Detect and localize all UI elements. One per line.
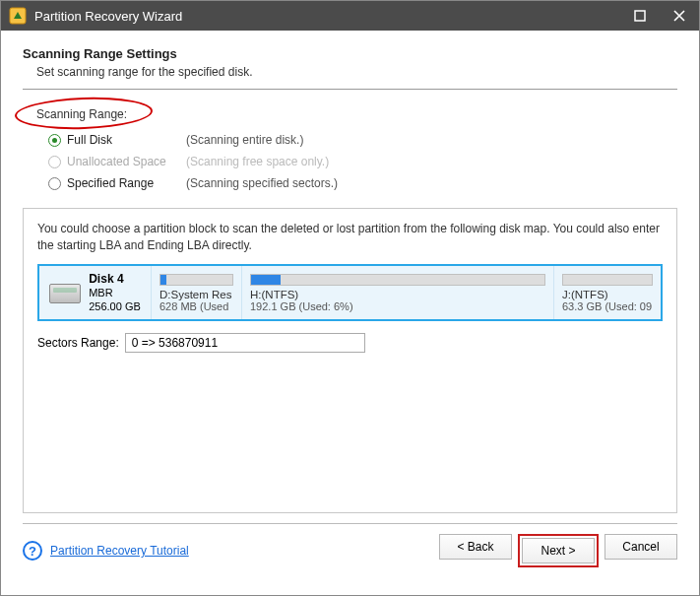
radio-specified-range[interactable]: Specified Range (Scanning specified sect… [48, 172, 677, 194]
disk-size: 256.00 GB [89, 300, 141, 314]
radio-desc: (Scanning free space only.) [186, 155, 329, 168]
cancel-button[interactable]: Cancel [605, 534, 677, 560]
tutorial-link[interactable]: Partition Recovery Tutorial [50, 544, 189, 558]
disk-map-row: Disk 4 MBR 256.00 GB D:System Res 628 MB… [37, 264, 663, 321]
radio-desc: (Scanning specified sectors.) [186, 176, 338, 190]
partition-label: H:(NTFS) [250, 289, 545, 300]
maximize-button[interactable] [620, 1, 660, 31]
partition-label: D:System Res [159, 289, 233, 300]
close-button[interactable] [660, 1, 699, 31]
sectors-range-input[interactable] [125, 333, 365, 353]
next-button[interactable]: Next > [522, 538, 595, 563]
radio-icon [48, 134, 61, 147]
radio-icon [48, 156, 61, 168]
partition-size: 628 MB (Used [159, 300, 233, 312]
partition-block-h[interactable]: H:(NTFS) 192.1 GB (Used: 6%) [242, 266, 554, 319]
footer: ? Partition Recovery Tutorial < Back Nex… [1, 524, 699, 581]
window-title: Partition Recovery Wizard [34, 9, 620, 24]
content-area: Scanning Range Settings Set scanning ran… [1, 31, 699, 513]
disk-type: MBR [89, 287, 141, 300]
page-title: Scanning Range Settings [23, 46, 677, 61]
radio-label: Unallocated Space [67, 155, 180, 168]
radio-desc: (Scanning entire disk.) [186, 133, 303, 147]
help-icon[interactable]: ? [23, 541, 42, 561]
disk-panel: You could choose a partition block to sc… [23, 208, 677, 513]
app-icon [9, 7, 27, 25]
partition-block-d[interactable]: D:System Res 628 MB (Used [152, 266, 242, 319]
radio-icon [48, 177, 61, 190]
page-subtitle: Set scanning range for the specified dis… [36, 65, 677, 79]
partition-block-j[interactable]: J:(NTFS) 63.3 GB (Used: 09 [554, 266, 661, 319]
radio-full-disk[interactable]: Full Disk (Scanning entire disk.) [48, 129, 677, 151]
partition-label: J:(NTFS) [562, 289, 653, 300]
back-button[interactable]: < Back [439, 534, 512, 560]
next-highlight: Next > [518, 534, 599, 567]
title-bar: Partition Recovery Wizard [1, 1, 699, 31]
separator [23, 89, 677, 90]
disk-header-cell[interactable]: Disk 4 MBR 256.00 GB [39, 266, 152, 319]
partition-size: 63.3 GB (Used: 09 [562, 300, 653, 312]
disk-name: Disk 4 [89, 272, 141, 287]
radio-label: Specified Range [67, 176, 180, 190]
sectors-range-label: Sectors Range: [37, 336, 119, 350]
scanning-range-radio-group: Full Disk (Scanning entire disk.) Unallo… [48, 129, 677, 194]
disk-icon [49, 284, 81, 303]
radio-label: Full Disk [67, 133, 180, 147]
scanning-range-label: Scanning Range: [36, 107, 127, 121]
svg-rect-1 [635, 11, 645, 21]
partition-size: 192.1 GB (Used: 6%) [250, 300, 545, 312]
radio-unallocated-space: Unallocated Space (Scanning free space o… [48, 151, 677, 172]
disk-instruction: You could choose a partition block to sc… [37, 221, 663, 254]
